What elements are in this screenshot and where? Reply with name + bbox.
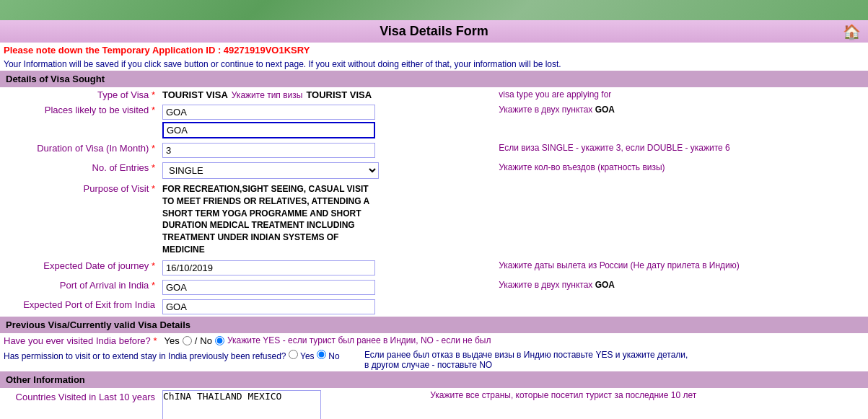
header-banner [0, 0, 868, 20]
duration-row: Duration of Visa (In Month) * Если виза … [0, 141, 868, 160]
details-form-table: Type of Visa * TOURIST VISA Укажите тип … [0, 87, 868, 317]
port-arrival-hint: Укажите в двух пунктах GOA [495, 278, 868, 297]
places-visited-input2[interactable] [162, 122, 375, 138]
visited-no-radio[interactable] [215, 336, 224, 345]
purpose-row: Purpose of Visit * FOR RECREATION,SIGHT … [0, 181, 868, 258]
refused-row: Has permission to visit or to extend sta… [0, 348, 868, 371]
purpose-value-cell: FOR RECREATION,SIGHT SEEING, CASUAL VISI… [159, 181, 495, 258]
visa-type-hint-russian: Укажите тип визы [232, 90, 303, 100]
journey-date-label: Expected Date of journey * [0, 258, 159, 278]
type-of-visa-label: Type of Visa * [0, 87, 159, 102]
port-arrival-label: Port of Arrival in India * [0, 278, 159, 297]
countries-visited-hint: Укажите все страны, которые посетил тури… [426, 388, 868, 419]
other-info-table: Countries Visited in Last 10 years ChINA… [0, 388, 868, 419]
visa-type-hint-right: visa type you are applying for [495, 87, 868, 102]
form-title-bar: Visa Details Form 🏠 [0, 20, 868, 43]
port-arrival-input-cell [159, 278, 495, 297]
info-text: Your Information will be saved if you cl… [0, 58, 868, 71]
previous-visa-table: Have you ever visited India before? * Ye… [0, 333, 868, 348]
refused-yes-label: Yes [300, 351, 315, 361]
refused-hint1: Если ранее был отказ в выдаче визы в Инд… [364, 350, 688, 360]
purpose-label: Purpose of Visit * [0, 181, 159, 258]
places-visited-hint: Укажите в двух пунктах GOA [495, 102, 868, 141]
visited-before-options: Yes / No Укажите YES - если турист был р… [160, 333, 868, 348]
journey-date-row: Expected Date of journey * Укажите даты … [0, 258, 868, 278]
countries-visited-input-cell: ChINA THAILAND MEXICO [159, 388, 426, 419]
duration-input-cell [159, 141, 495, 160]
entries-select-cell: SINGLE DOUBLE MULTIPLE [159, 160, 495, 181]
journey-date-input-cell [159, 258, 495, 278]
form-title: Visa Details Form [380, 24, 488, 38]
type-of-visa-row: Type of Visa * TOURIST VISA Укажите тип … [0, 87, 868, 102]
places-visited-label: Places likely to be visited * [0, 102, 159, 141]
countries-visited-label: Countries Visited in Last 10 years [0, 388, 159, 419]
visa-type-text: TOURIST VISA [162, 89, 228, 100]
entries-select[interactable]: SINGLE DOUBLE MULTIPLE [162, 162, 379, 179]
app-id-bar: Please note down the Temporary Applicati… [0, 43, 868, 58]
port-arrival-input[interactable] [162, 280, 375, 295]
countries-visited-row: Countries Visited in Last 10 years ChINA… [0, 388, 868, 419]
port-exit-row: Expected Port of Exit from India [0, 297, 868, 317]
entries-label: No. of Entries * [0, 160, 159, 181]
visited-no-label: No [200, 335, 212, 346]
places-visited-row: Places likely to be visited * Укажите в … [0, 102, 868, 141]
refused-label: Has permission to visit or to extend sta… [4, 350, 364, 361]
type-of-visa-value-cell: TOURIST VISA Укажите тип визы TOURIST VI… [159, 87, 495, 102]
refused-hint-cell: Если ранее был отказ в выдаче визы в Инд… [364, 350, 688, 370]
port-exit-input[interactable] [162, 299, 375, 314]
app-id-prefix: Please note down the Temporary Applicati… [4, 45, 224, 56]
port-exit-label: Expected Port of Exit from India [0, 297, 159, 317]
purpose-text: FOR RECREATION,SIGHT SEEING, CASUAL VISI… [162, 183, 379, 256]
section-previous-visa-header: Previous Visa/Currently valid Visa Detai… [0, 317, 868, 333]
countries-visited-textarea[interactable]: ChINA THAILAND MEXICO [162, 390, 321, 419]
visited-yes-radio[interactable] [183, 336, 192, 345]
refused-yes-radio[interactable] [289, 350, 298, 359]
journey-date-input[interactable] [162, 260, 375, 275]
port-arrival-row: Port of Arrival in India * Укажите в дву… [0, 278, 868, 297]
section-other-info-header: Other Information [0, 371, 868, 388]
duration-label: Duration of Visa (In Month) * [0, 141, 159, 160]
places-visited-inputs [159, 102, 495, 141]
visa-type-hint-value: TOURIST VISA [306, 89, 372, 100]
house-icon[interactable]: 🏠 [843, 23, 861, 40]
refused-hint2: в другом случае - поставьте NO [364, 360, 688, 370]
app-id-value: 49271919VO1KSRY [224, 45, 310, 56]
visited-yes-label: Yes [164, 335, 179, 346]
visited-before-label: Have you ever visited India before? * [0, 333, 160, 348]
duration-input[interactable] [162, 143, 375, 158]
entries-row: No. of Entries * SINGLE DOUBLE MULTIPLE … [0, 160, 868, 181]
refused-no-label: No [328, 351, 339, 361]
port-exit-input-cell [159, 297, 495, 317]
visited-hint: Укажите YES - если турист был ранее в Ин… [227, 335, 491, 345]
visited-before-row: Have you ever visited India before? * Ye… [0, 333, 868, 348]
duration-hint: Если виза SINGLE - укажите 3, если DOUBL… [495, 141, 868, 160]
journey-date-hint: Укажите даты вылета из России (Не дату п… [495, 258, 868, 278]
refused-no-radio[interactable] [317, 350, 326, 359]
entries-hint: Укажите кол-во въездов (кратность визы) [495, 160, 868, 181]
places-visited-input1[interactable] [162, 105, 375, 120]
section-details-header: Details of Visa Sought [0, 71, 868, 87]
